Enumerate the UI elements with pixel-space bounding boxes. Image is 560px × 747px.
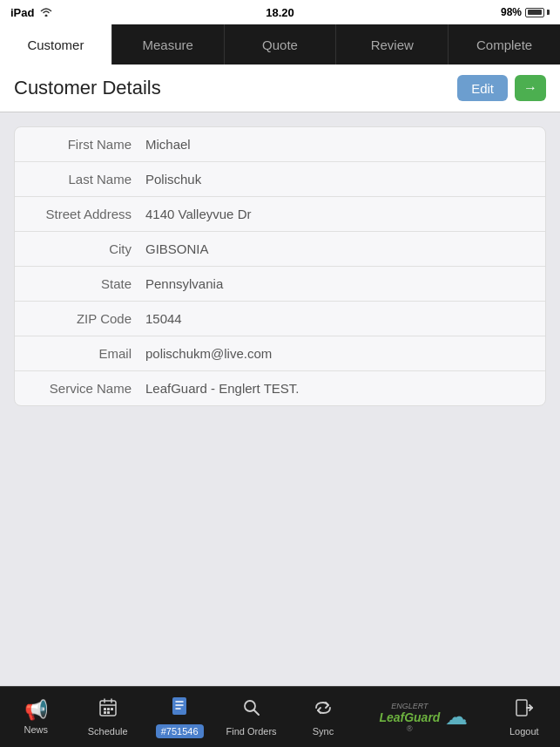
battery-percent: 98%: [501, 6, 522, 18]
nav-news[interactable]: 📢 News: [0, 687, 71, 747]
main-content: Customer Details Edit → First Name Micha…: [0, 65, 560, 686]
street-address-label: Street Address: [32, 207, 145, 221]
first-name-value: Michael: [145, 137, 191, 152]
sync-icon: [313, 697, 334, 723]
email-row: Email polischukm@live.com: [15, 336, 545, 371]
nav-logout[interactable]: Logout: [489, 687, 560, 747]
svg-rect-5: [107, 708, 110, 710]
street-address-value: 4140 Valleyvue Dr: [145, 207, 251, 221]
customer-details-card: First Name Michael Last Name Polischuk S…: [14, 126, 546, 406]
city-value: GIBSONIA: [145, 241, 209, 256]
cloud-logo-icon: ☁: [445, 703, 468, 730]
svg-rect-4: [104, 708, 106, 710]
email-label: Email: [32, 346, 145, 361]
state-row: State Pennsylvania: [15, 267, 545, 302]
tab-review[interactable]: Review: [336, 24, 449, 65]
order-icon: [169, 696, 190, 722]
zip-row: ZIP Code 15044: [15, 302, 545, 336]
nav-schedule[interactable]: Schedule: [71, 687, 143, 747]
tab-quote[interactable]: Quote: [225, 24, 337, 65]
svg-rect-6: [111, 708, 113, 710]
news-icon: 📢: [24, 699, 48, 722]
page-title: Customer Details: [14, 77, 161, 99]
svg-rect-9: [172, 697, 186, 715]
first-name-row: First Name Michael: [15, 127, 545, 162]
find-orders-icon: [241, 697, 262, 723]
device-label: iPad: [10, 6, 34, 19]
last-name-row: Last Name Polischuk: [15, 162, 545, 197]
next-button[interactable]: →: [515, 75, 546, 101]
status-time: 18.20: [266, 6, 294, 19]
status-bar: iPad 18.20 98%: [0, 0, 560, 24]
nav-logo: ENGLERT LeafGuard ® ☁: [359, 687, 488, 747]
city-row: City GIBSONIA: [15, 232, 545, 267]
last-name-value: Polischuk: [145, 172, 201, 187]
battery-icon: [525, 8, 550, 17]
svg-rect-7: [104, 711, 106, 714]
state-value: Pennsylvania: [145, 276, 223, 291]
tab-customer[interactable]: Customer: [0, 24, 112, 65]
email-value: polischukm@live.com: [145, 346, 272, 361]
last-name-label: Last Name: [32, 172, 145, 187]
bottom-nav: 📢 News Schedule: [0, 686, 560, 747]
edit-button[interactable]: Edit: [457, 75, 508, 101]
zip-value: 15044: [145, 311, 182, 326]
next-arrow-icon: →: [523, 80, 537, 96]
zip-label: ZIP Code: [32, 311, 145, 326]
header-actions: Edit →: [457, 75, 546, 101]
sync-label: Sync: [313, 726, 334, 737]
logout-icon: [514, 697, 535, 723]
svg-rect-8: [107, 711, 110, 714]
first-name-label: First Name: [32, 137, 145, 152]
tab-measure[interactable]: Measure: [112, 24, 225, 65]
street-address-row: Street Address 4140 Valleyvue Dr: [15, 197, 545, 232]
wifi-icon: [39, 6, 53, 19]
svg-line-14: [253, 710, 259, 716]
schedule-label: Schedule: [88, 726, 128, 737]
order-badge: #751546: [156, 724, 204, 738]
status-left: iPad: [10, 6, 53, 19]
city-label: City: [32, 241, 145, 256]
page-header: Customer Details Edit →: [0, 65, 560, 112]
news-label: News: [24, 724, 48, 735]
svg-rect-15: [516, 700, 527, 716]
service-name-label: Service Name: [32, 381, 145, 396]
tab-complete[interactable]: Complete: [449, 24, 560, 65]
nav-sync[interactable]: Sync: [287, 687, 359, 747]
nav-find-orders[interactable]: Find Orders: [215, 687, 287, 747]
logout-label: Logout: [509, 726, 539, 737]
state-label: State: [32, 276, 145, 291]
status-right: 98%: [501, 6, 550, 18]
find-orders-label: Find Orders: [226, 726, 276, 737]
tab-bar: Customer Measure Quote Review Complete: [0, 24, 560, 65]
leafguard-logo: ENGLERT LeafGuard ®: [379, 702, 440, 733]
schedule-icon: [98, 697, 118, 723]
nav-order[interactable]: #751546: [144, 687, 215, 747]
service-name-value: LeafGuard - Englert TEST.: [145, 381, 299, 396]
service-name-row: Service Name LeafGuard - Englert TEST.: [15, 371, 545, 405]
